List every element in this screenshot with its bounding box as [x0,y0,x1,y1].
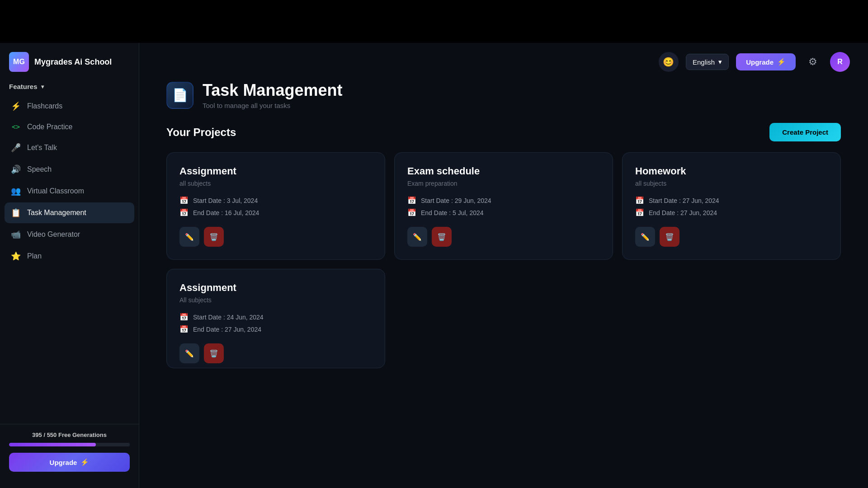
star-icon: ⭐ [11,251,21,261]
end-date-row-r2-0: 📅 End Date : 27 Jun, 2024 [179,325,372,333]
calendar-icon: 📅 [179,325,189,333]
sidebar-item-plan[interactable]: ⭐ Plan [5,246,134,267]
end-date-0: End Date : 16 Jul, 2024 [193,209,259,216]
project-dates-1: 📅 Start Date : 29 Jun, 2024 📅 End Date :… [407,196,600,217]
project-subtitle-r2-0: All subjects [179,296,372,304]
project-actions-1: ✏️ 🗑️ [407,227,600,247]
project-subtitle-1: Exam preparation [407,180,600,187]
sidebar-bottom: 395 / 550 Free Generations Upgrade ⚡ [0,424,139,479]
upgrade-button-header[interactable]: Upgrade ⚡ [736,53,796,70]
calendar-icon: 📅 [179,196,189,205]
sidebar-item-label: Task Management [27,209,86,217]
edit-button-2[interactable]: ✏️ [635,227,655,247]
chevron-down-icon: ▾ [718,58,722,66]
progress-bar-fill [9,443,96,446]
emoji-button[interactable]: 😊 [659,52,679,72]
calendar-icon: 📅 [407,208,416,217]
calendar-icon: 📅 [635,196,644,205]
start-date-r2-0: Start Date : 24 Jun, 2024 [193,314,264,321]
app-container: MG Mygrades Ai School Features ▾ ⚡ Flash… [0,43,868,488]
create-project-label: Create Project [782,128,828,136]
delete-button-1[interactable]: 🗑️ [432,227,452,247]
sidebar-item-label: Plan [27,252,42,260]
progress-bar-background [9,443,130,446]
sidebar-item-flashcards[interactable]: ⚡ Flashcards [5,96,134,117]
delete-button-2[interactable]: 🗑️ [660,227,679,247]
logo-icon: MG [9,52,29,72]
delete-button-0[interactable]: 🗑️ [204,227,224,247]
main-header: 😊 English ▾ Upgrade ⚡ ⚙ R [139,43,868,81]
upgrade-header-label: Upgrade [746,58,774,66]
project-actions-2: ✏️ 🗑️ [635,227,828,247]
page-title: Task Management [203,81,342,100]
sidebar-item-virtual-classroom[interactable]: 👥 Virtual Classroom [5,181,134,202]
start-date-row-1: 📅 Start Date : 29 Jun, 2024 [407,196,600,205]
project-title-r2-0: Assignment [179,282,372,294]
page-title-group: Task Management Tool to manage all your … [203,81,342,109]
delete-button-r2-0[interactable]: 🗑️ [204,343,224,363]
project-actions-r2-0: ✏️ 🗑️ [179,343,372,363]
upgrade-button-sidebar[interactable]: Upgrade ⚡ [9,453,130,472]
end-date-row-1: 📅 End Date : 5 Jul, 2024 [407,208,600,217]
avatar-initial: R [837,58,843,66]
sidebar-item-label: Virtual Classroom [27,187,84,195]
start-date-0: Start Date : 3 Jul, 2024 [193,197,258,204]
sidebar-nav: ⚡ Flashcards <> Code Practice 🎤 Let's Ta… [0,96,139,424]
projects-grid-row2: Assignment All subjects 📅 Start Date : 2… [166,269,841,368]
avatar-button[interactable]: R [830,52,850,72]
features-header[interactable]: Features ▾ [0,83,139,96]
project-dates-0: 📅 Start Date : 3 Jul, 2024 📅 End Date : … [179,196,372,217]
sidebar-item-lets-talk[interactable]: 🎤 Let's Talk [5,137,134,158]
main-content: 😊 English ▾ Upgrade ⚡ ⚙ R 📄 [139,43,868,488]
end-date-r2-0: End Date : 27 Jun, 2024 [193,326,261,333]
project-dates-r2-0: 📅 Start Date : 24 Jun, 2024 📅 End Date :… [179,313,372,333]
sidebar-item-video-generator[interactable]: 📹 Video Generator [5,224,134,245]
create-project-button[interactable]: Create Project [769,123,841,141]
end-date-2: End Date : 27 Jun, 2024 [649,209,717,216]
project-dates-2: 📅 Start Date : 27 Jun, 2024 📅 End Date :… [635,196,828,217]
page-content: 📄 Task Management Tool to manage all you… [139,81,868,488]
project-subtitle-2: all subjects [635,180,828,187]
top-black-bar [0,0,868,43]
language-selector[interactable]: English ▾ [686,54,729,70]
project-title-2: Homework [635,165,828,177]
start-date-row-2: 📅 Start Date : 27 Jun, 2024 [635,196,828,205]
edit-button-1[interactable]: ✏️ [407,227,427,247]
sidebar-item-label: Let's Talk [27,144,57,152]
language-label: English [693,58,715,66]
page-icon: 📄 [166,82,193,109]
calendar-icon: 📅 [179,313,189,321]
flashcard-icon: ⚡ [11,101,21,111]
edit-button-0[interactable]: ✏️ [179,227,199,247]
project-card-exam-schedule: Exam schedule Exam preparation 📅 Start D… [394,152,613,260]
page-header: 📄 Task Management Tool to manage all you… [166,81,841,109]
sidebar-item-task-management[interactable]: 📋 Task Management [5,202,134,223]
projects-grid-row1: Assignment all subjects 📅 Start Date : 3… [166,152,841,260]
sidebar-item-speech[interactable]: 🔊 Speech [5,159,134,180]
projects-header: Your Projects Create Project [166,123,841,141]
calendar-icon: 📅 [635,208,644,217]
speaker-icon: 🔊 [11,164,21,174]
start-date-1: Start Date : 29 Jun, 2024 [421,197,491,204]
project-card-homework: Homework all subjects 📅 Start Date : 27 … [622,152,841,260]
sidebar: MG Mygrades Ai School Features ▾ ⚡ Flash… [0,43,139,488]
generations-count: 395 / 550 Free Generations [9,432,130,438]
calendar-icon: 📅 [179,208,189,217]
start-date-row-0: 📅 Start Date : 3 Jul, 2024 [179,196,372,205]
start-date-2: Start Date : 27 Jun, 2024 [649,197,719,204]
logo-title: Mygrades Ai School [34,57,112,67]
edit-button-r2-0[interactable]: ✏️ [179,343,199,363]
sidebar-item-label: Flashcards [27,102,62,110]
task-management-icon: 📄 [172,88,188,103]
sidebar-item-label: Speech [27,165,52,174]
task-icon: 📋 [11,208,21,218]
sidebar-item-label: Video Generator [27,230,80,239]
group-icon: 👥 [11,186,21,196]
sidebar-item-code-practice[interactable]: <> Code Practice [5,117,134,136]
settings-button[interactable]: ⚙ [803,52,823,72]
project-subtitle-0: all subjects [179,180,372,187]
gear-icon: ⚙ [808,56,817,68]
sidebar-logo: MG Mygrades Ai School [0,52,139,83]
project-title-0: Assignment [179,165,372,177]
upgrade-label-sidebar: Upgrade [50,459,77,466]
